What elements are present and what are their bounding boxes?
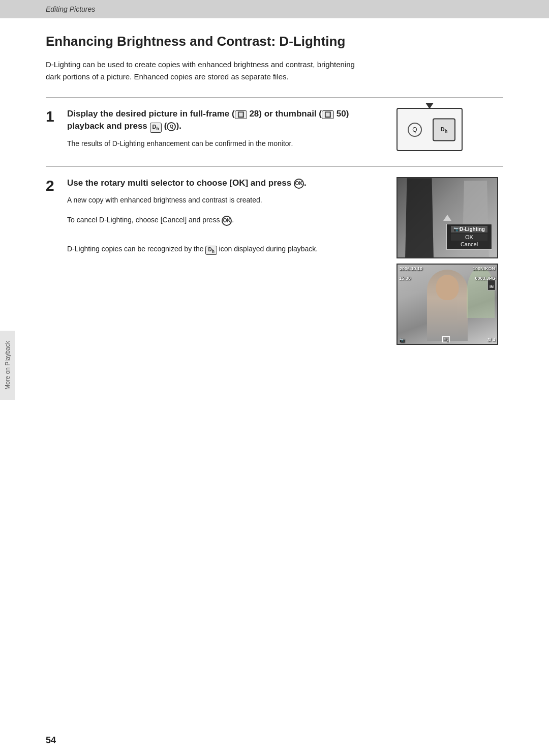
top-bar: Editing Pictures — [0, 0, 549, 18]
menu-cancel: Cancel — [451, 241, 487, 248]
step-1-row: 1 Display the desired picture in full-fr… — [46, 108, 503, 151]
hud-mode-icon: 📷 — [400, 338, 405, 342]
section-label: Editing Pictures — [46, 5, 95, 13]
ok-circle-icon: OK — [294, 179, 304, 189]
in-badge: IN — [487, 280, 496, 290]
q-icon: Q — [167, 122, 176, 131]
arrow-down-icon — [425, 103, 434, 109]
dlight-button-label: Dh — [441, 126, 448, 133]
step-2-heading: Use the rotary multi selector to choose … — [67, 177, 386, 189]
hud-bottom-bar: 📷 Dh 3/ 4 — [398, 336, 497, 343]
side-label: More on Playback — [0, 331, 15, 400]
step-2-image-col: 📷D-Lighting OK Cancel 2006.10.10 100NIKO… — [396, 177, 503, 345]
direction-arrow — [443, 215, 451, 221]
step-1-number: 1 — [46, 108, 67, 125]
dlight-button-box: Dh — [433, 118, 455, 141]
camera-diagram-step1: Q Dh — [396, 108, 463, 151]
intro-paragraph: D-Lighting can be used to create copies … — [46, 59, 361, 83]
hud-time: 15:30 — [399, 273, 411, 281]
camera-screen-step2-portrait: 2006.10.10 100NIKON 15:30 0003.JPG 📷 Dh … — [396, 264, 498, 345]
hud-count: 3/ 4 — [487, 337, 495, 342]
main-content: Enhancing Brightness and Contrast: D-Lig… — [0, 18, 549, 391]
dlight-menu-overlay: 📷D-Lighting OK Cancel — [446, 224, 492, 250]
hud-dlight-badge: Dh — [442, 336, 450, 343]
dlight-btn-icon: Dh — [150, 123, 162, 133]
camera-screen-step2: 📷D-Lighting OK Cancel — [396, 177, 498, 258]
section-divider-2 — [46, 166, 503, 167]
step-1-image-col: Q Dh — [396, 108, 503, 151]
thumbnail-icon: 🔲 — [322, 110, 334, 119]
hud-folder: 100NIKON — [473, 266, 495, 271]
menu-ok: OK — [451, 234, 487, 241]
step-2-note1: A new copy with enhanced brightness and … — [67, 194, 321, 206]
silhouette-left — [402, 178, 437, 258]
full-frame-icon: 🔲 — [235, 110, 247, 119]
in-badge-text: IN — [490, 284, 494, 289]
step-2-body: Use the rotary multi selector to choose … — [67, 177, 396, 255]
dlight-copy-icon: Dh — [205, 246, 217, 255]
q-button-icon: Q — [408, 123, 422, 137]
step-2-number: 2 — [46, 177, 67, 194]
step-2-note3: D-Lighting copies can be recognized by t… — [67, 243, 321, 255]
hud-overlay: 2006.10.10 100NIKON — [398, 265, 497, 273]
menu-title: 📷D-Lighting — [451, 226, 487, 232]
step-1-description: The results of D-Lighting enhancement ca… — [67, 138, 321, 149]
step-1-heading: Display the desired picture in full-fram… — [67, 108, 386, 133]
step-2-row: 2 Use the rotary multi selector to choos… — [46, 177, 503, 345]
hud-date: 2006.10.10 — [400, 266, 422, 271]
step-2-note2: To cancel D-Lighting, choose [Cancel] an… — [67, 214, 321, 225]
page-number: 54 — [46, 735, 56, 746]
step-1-body: Display the desired picture in full-fram… — [67, 108, 396, 149]
portrait-head — [436, 275, 459, 300]
page-title: Enhancing Brightness and Contrast: D-Lig… — [46, 34, 503, 49]
portrait-body — [427, 270, 468, 341]
cancel-ok-icon: OK — [222, 216, 232, 226]
section-divider — [46, 97, 503, 98]
